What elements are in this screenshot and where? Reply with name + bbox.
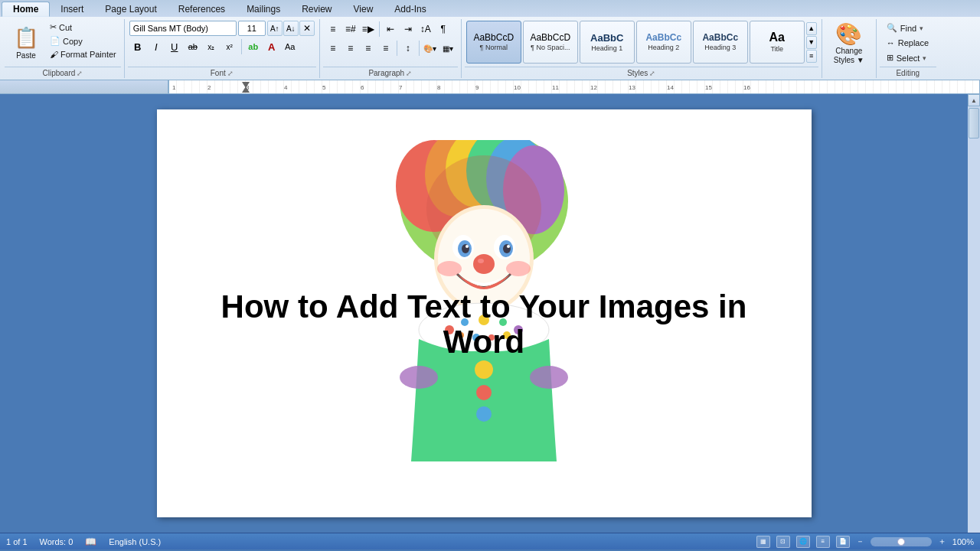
superscript-button[interactable]: x² bbox=[221, 38, 238, 55]
tab-review[interactable]: Review bbox=[291, 2, 342, 17]
font-size-input[interactable] bbox=[238, 21, 266, 36]
font-size-controls: A↑ A↓ ✕ bbox=[267, 21, 315, 36]
svg-point-37 bbox=[506, 261, 531, 276]
format-painter-button[interactable]: 🖌 Format Painter bbox=[47, 48, 119, 60]
font-color-container: A bbox=[263, 38, 280, 55]
select-icon: ⊞ bbox=[887, 53, 893, 63]
outline-view-button[interactable]: ≡ bbox=[816, 536, 830, 548]
sort-button[interactable]: ↕A bbox=[417, 21, 434, 37]
para-row-1: ≡ ≡# ≡▶ ⇤ ⇥ ↕A ¶ bbox=[325, 21, 452, 37]
replace-button[interactable]: ↔ Replace bbox=[881, 36, 935, 50]
vertical-scrollbar[interactable]: ▲ bbox=[968, 94, 980, 533]
font-shrink-button[interactable]: A↓ bbox=[283, 21, 299, 36]
zoom-plus[interactable]: ＋ bbox=[938, 536, 946, 547]
strikethrough-button[interactable]: ab bbox=[185, 38, 201, 55]
style-normal-preview: AaBbCcD bbox=[473, 33, 514, 42]
styles-group: AaBbCcD ¶ Normal AaBbCcD ¶ No Spaci... A… bbox=[462, 19, 822, 78]
change-styles-content: 🎨 ChangeStyles ▼ bbox=[825, 19, 873, 65]
draft-view-button[interactable]: 📄 bbox=[836, 536, 850, 548]
find-label: Find bbox=[900, 24, 916, 33]
copy-button[interactable]: 📄 Copy bbox=[47, 34, 119, 47]
justify-button[interactable]: ≡ bbox=[377, 40, 394, 57]
tab-mailings[interactable]: Mailings bbox=[236, 2, 291, 17]
ruler-svg: 1 2 3 4 5 6 7 8 9 10 11 12 13 14 15 16 bbox=[169, 80, 979, 93]
show-marks-button[interactable]: ¶ bbox=[435, 21, 452, 37]
cut-icon: ✂ bbox=[50, 22, 57, 32]
align-center-button[interactable]: ≡ bbox=[342, 40, 359, 57]
line-spacing-button[interactable]: ↕ bbox=[400, 40, 416, 57]
tab-home[interactable]: Home bbox=[2, 2, 50, 17]
change-case-button[interactable]: Aa bbox=[282, 38, 299, 55]
select-button[interactable]: ⊞ Select ▾ bbox=[881, 51, 935, 65]
numbering-button[interactable]: ≡# bbox=[342, 21, 359, 37]
highlight-button[interactable]: ab bbox=[245, 38, 262, 55]
paste-icon: 📋 bbox=[14, 26, 38, 50]
font-grow-button[interactable]: A↑ bbox=[267, 21, 283, 36]
style-normal-button[interactable]: AaBbCcD ¶ Normal bbox=[466, 21, 521, 64]
bold-button[interactable]: B bbox=[129, 38, 146, 55]
tab-view[interactable]: View bbox=[343, 2, 384, 17]
style-title-button[interactable]: Aa Title bbox=[750, 21, 805, 64]
svg-text:15: 15 bbox=[705, 84, 712, 91]
paragraph-expand-icon[interactable]: ⤢ bbox=[406, 70, 412, 77]
full-screen-view-button[interactable]: ⊡ bbox=[776, 536, 790, 548]
borders-button[interactable]: ▦▾ bbox=[439, 40, 456, 57]
style-h2-preview: AaBbCc bbox=[645, 33, 681, 42]
cut-button[interactable]: ✂ Cut bbox=[47, 21, 119, 34]
styles-scroll-down[interactable]: ▼ bbox=[806, 36, 817, 49]
font-name-input[interactable] bbox=[129, 21, 237, 36]
style-nospace-button[interactable]: AaBbCcD ¶ No Spaci... bbox=[523, 21, 578, 64]
document-page[interactable]: How to Add Text to Your Images in Word bbox=[157, 109, 812, 517]
bullets-button[interactable]: ≡ bbox=[325, 21, 341, 37]
styles-scroll-buttons: ▲ ▼ ≡ bbox=[806, 21, 817, 64]
decrease-indent-button[interactable]: ⇤ bbox=[382, 21, 399, 37]
italic-button[interactable]: I bbox=[148, 38, 165, 55]
font-color-button[interactable]: A bbox=[263, 38, 280, 55]
proofing-icon: 📖 bbox=[85, 536, 96, 547]
tab-addins[interactable]: Add-Ins bbox=[384, 2, 436, 17]
styles-more[interactable]: ≡ bbox=[806, 50, 817, 63]
shading-button[interactable]: 🎨▾ bbox=[422, 40, 439, 57]
underline-button[interactable]: U bbox=[166, 38, 183, 55]
zoom-slider[interactable] bbox=[871, 537, 932, 546]
tab-page-layout[interactable]: Page Layout bbox=[94, 2, 167, 17]
tab-insert[interactable]: Insert bbox=[50, 2, 94, 17]
editing-group-label: Editing bbox=[880, 67, 936, 78]
scroll-thumb[interactable] bbox=[969, 108, 979, 139]
font-group: A↑ A↓ ✕ B I U ab x₂ x² ab bbox=[125, 19, 320, 78]
change-styles-button[interactable]: 🎨 ChangeStyles ▼ bbox=[827, 21, 871, 65]
status-bar: 1 of 1 Words: 0 📖 English (U.S.) ▦ ⊡ 🌐 ≡… bbox=[0, 533, 980, 549]
increase-indent-button[interactable]: ⇥ bbox=[400, 21, 416, 37]
print-layout-view-button[interactable]: ▦ bbox=[756, 536, 770, 548]
find-button[interactable]: 🔍 Find ▾ bbox=[881, 21, 935, 35]
cut-label: Cut bbox=[59, 23, 72, 32]
subscript-button[interactable]: x₂ bbox=[203, 38, 220, 55]
svg-text:14: 14 bbox=[667, 84, 674, 91]
main-area: How to Add Text to Your Images in Word ▲ bbox=[0, 94, 980, 533]
styles-scroll-up[interactable]: ▲ bbox=[806, 22, 817, 35]
words-label: Words: 0 bbox=[40, 537, 74, 546]
web-layout-view-button[interactable]: 🌐 bbox=[796, 536, 810, 548]
clipboard-group-content: 📋 Paste ✂ Cut 📄 Copy 🖌 Format Pai bbox=[5, 19, 121, 65]
align-left-button[interactable]: ≡ bbox=[325, 40, 341, 57]
zoom-thumb[interactable] bbox=[897, 538, 905, 546]
ribbon: Home Insert Page Layout References Maili… bbox=[0, 0, 980, 80]
style-h2-button[interactable]: AaBbCc Heading 2 bbox=[636, 21, 691, 64]
change-styles-label: ChangeStyles ▼ bbox=[834, 47, 864, 65]
clear-formatting-button[interactable]: ✕ bbox=[299, 21, 315, 36]
style-h1-button[interactable]: AaBbC Heading 1 bbox=[580, 21, 635, 64]
para-row-2: ≡ ≡ ≡ ≡ ↕ 🎨▾ ▦▾ bbox=[325, 40, 456, 57]
zoom-minus[interactable]: － bbox=[856, 536, 864, 547]
clipboard-expand-icon[interactable]: ⤢ bbox=[77, 70, 83, 77]
scroll-up-arrow[interactable]: ▲ bbox=[968, 94, 980, 106]
styles-expand-icon[interactable]: ⤢ bbox=[649, 70, 655, 77]
editing-group: 🔍 Find ▾ ↔ Replace ⊞ Select ▾ bbox=[877, 19, 939, 78]
font-expand-icon[interactable]: ⤢ bbox=[227, 70, 234, 77]
style-h3-button[interactable]: AaBbCc Heading 3 bbox=[693, 21, 748, 64]
style-title-preview: Aa bbox=[769, 31, 785, 44]
multilevel-button[interactable]: ≡▶ bbox=[360, 21, 377, 37]
paste-button[interactable]: 📋 Paste bbox=[6, 21, 46, 65]
tab-references[interactable]: References bbox=[168, 2, 236, 17]
style-nospace-name: ¶ No Spaci... bbox=[531, 44, 570, 51]
align-right-button[interactable]: ≡ bbox=[360, 40, 377, 57]
